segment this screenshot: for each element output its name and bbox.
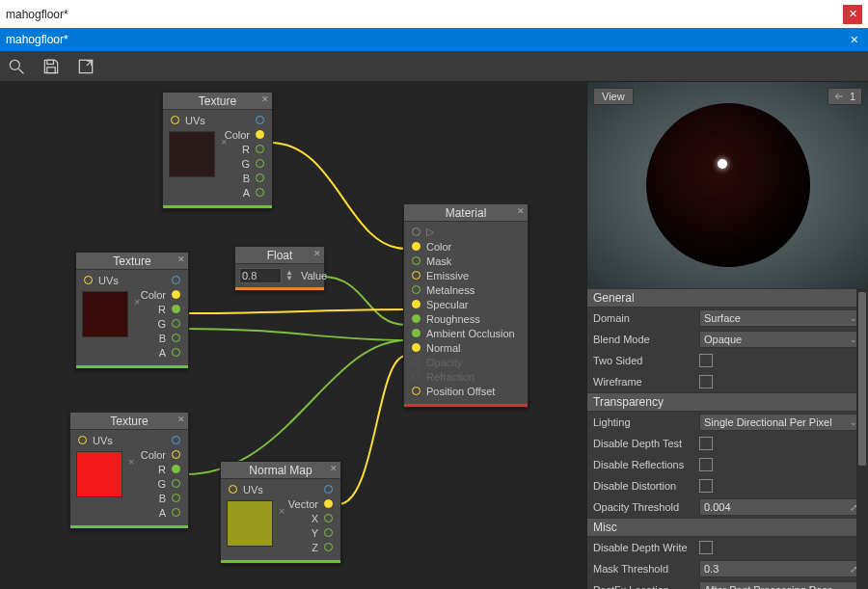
port-out-r[interactable] bbox=[172, 465, 180, 473]
texture-thumbnail[interactable] bbox=[82, 291, 128, 337]
port-out-b[interactable] bbox=[256, 174, 264, 182]
port-out-y[interactable] bbox=[324, 528, 333, 537]
window-title: mahogfloor* bbox=[6, 8, 843, 21]
window-close-button[interactable]: ✕ bbox=[843, 5, 862, 24]
node-title: Material bbox=[446, 206, 487, 220]
port-out-a[interactable] bbox=[256, 188, 264, 197]
window-titlebar: mahogfloor* ✕ bbox=[0, 0, 868, 28]
port-out-color[interactable] bbox=[172, 450, 180, 459]
node-texture-1[interactable]: Texture✕ UVs × Color R G B A bbox=[162, 92, 273, 209]
node-material[interactable]: Material✕ ▷ Color Mask Emissive Metalnes… bbox=[403, 203, 529, 408]
port-in-opacity[interactable] bbox=[412, 358, 420, 366]
properties-scrollbar[interactable] bbox=[856, 288, 868, 589]
port-in-refraction[interactable] bbox=[412, 372, 420, 381]
postfx-location-dropdown[interactable]: After Post Processing Pass bbox=[699, 581, 862, 589]
node-close-icon[interactable]: ✕ bbox=[517, 206, 525, 216]
port-out-b[interactable] bbox=[172, 334, 180, 342]
port-out-b[interactable] bbox=[172, 494, 180, 502]
disable-distortion-checkbox[interactable] bbox=[699, 479, 713, 493]
float-value-input[interactable] bbox=[239, 268, 282, 283]
clear-texture-icon[interactable]: × bbox=[279, 505, 285, 517]
port-out-color[interactable] bbox=[172, 290, 180, 299]
disable-depth-write-checkbox[interactable] bbox=[699, 541, 713, 554]
texture-thumbnail[interactable] bbox=[169, 131, 215, 177]
port-out-r[interactable] bbox=[256, 145, 264, 153]
wireframe-checkbox[interactable] bbox=[699, 375, 713, 388]
view-button[interactable]: View bbox=[593, 88, 634, 105]
section-misc[interactable]: Misc bbox=[587, 518, 868, 537]
port-out-preview[interactable] bbox=[172, 276, 180, 284]
port-out-r[interactable] bbox=[172, 305, 180, 313]
node-close-icon[interactable]: ✕ bbox=[177, 254, 185, 264]
port-out-x[interactable] bbox=[324, 514, 333, 522]
tab-close-button[interactable]: × bbox=[847, 32, 862, 47]
clear-texture-icon[interactable]: × bbox=[128, 456, 134, 468]
node-normal-map[interactable]: Normal Map✕ UVs × Vector X Y Z bbox=[220, 461, 341, 564]
lighting-dropdown[interactable]: Single Directional Per Pixel⌄ bbox=[699, 414, 862, 431]
node-graph-canvas[interactable]: Texture✕ UVs × Color R G B A bbox=[0, 82, 586, 589]
port-in-emissive[interactable] bbox=[412, 271, 420, 280]
search-icon[interactable] bbox=[6, 56, 27, 77]
properties-panel: View 1 General Domain Surface⌄ Blend Mod… bbox=[586, 82, 868, 589]
port-in-color[interactable] bbox=[412, 242, 420, 251]
opacity-threshold-field[interactable]: 0.004⤢ bbox=[699, 498, 862, 516]
port-in-mask[interactable] bbox=[412, 256, 420, 265]
node-texture-2[interactable]: Texture✕ UVs × Color R G B A bbox=[75, 252, 189, 369]
node-close-icon[interactable]: ✕ bbox=[177, 415, 185, 424]
port-in-metalness[interactable] bbox=[412, 285, 420, 294]
port-out-g[interactable] bbox=[172, 479, 180, 488]
clear-texture-icon[interactable]: × bbox=[134, 296, 140, 308]
svg-line-1 bbox=[19, 68, 24, 73]
port-in-position-offset[interactable] bbox=[412, 387, 420, 395]
svg-rect-2 bbox=[47, 60, 54, 64]
section-transparency[interactable]: Transparency bbox=[587, 392, 868, 412]
texture-thumbnail[interactable] bbox=[76, 451, 122, 497]
node-float[interactable]: Float✕ ▲▼ Value bbox=[234, 246, 325, 291]
node-title: Texture bbox=[199, 94, 236, 108]
port-preview[interactable] bbox=[412, 228, 420, 236]
port-out-z[interactable] bbox=[324, 543, 333, 551]
port-out-preview[interactable] bbox=[256, 116, 264, 124]
port-in-specular[interactable] bbox=[412, 300, 420, 308]
node-title: Normal Map bbox=[249, 464, 312, 477]
node-close-icon[interactable]: ✕ bbox=[313, 249, 321, 258]
two-sided-checkbox[interactable] bbox=[699, 354, 713, 367]
disable-reflections-checkbox[interactable] bbox=[699, 458, 713, 471]
toolbar bbox=[0, 51, 868, 82]
port-in-normal[interactable] bbox=[412, 343, 420, 352]
domain-dropdown[interactable]: Surface⌄ bbox=[699, 309, 862, 327]
disable-depth-test-checkbox[interactable] bbox=[699, 437, 713, 450]
node-title: Texture bbox=[110, 415, 148, 428]
port-out-a[interactable] bbox=[172, 508, 180, 517]
clear-texture-icon[interactable]: × bbox=[221, 136, 227, 147]
blend-mode-dropdown[interactable]: Opaque⌄ bbox=[699, 331, 862, 348]
expand-icon[interactable] bbox=[75, 56, 96, 77]
node-title: Texture bbox=[113, 254, 150, 268]
port-out-vector[interactable] bbox=[324, 499, 333, 508]
texture-thumbnail[interactable] bbox=[227, 500, 273, 547]
port-out-preview[interactable] bbox=[324, 485, 333, 494]
preview-count-button[interactable]: 1 bbox=[827, 88, 862, 105]
save-icon[interactable] bbox=[41, 56, 62, 77]
port-in-uvs[interactable] bbox=[229, 485, 237, 494]
port-in-ao[interactable] bbox=[412, 329, 420, 337]
node-close-icon[interactable]: ✕ bbox=[261, 94, 269, 104]
node-texture-3[interactable]: Texture✕ UVs × Color R G B A bbox=[69, 412, 189, 529]
section-general[interactable]: General bbox=[587, 288, 868, 308]
port-out-preview[interactable] bbox=[172, 436, 180, 444]
port-out-g[interactable] bbox=[172, 319, 180, 328]
document-tab[interactable]: mahogfloor* × bbox=[0, 28, 868, 51]
material-preview[interactable]: View 1 bbox=[587, 82, 868, 288]
port-in-uvs[interactable] bbox=[84, 276, 93, 284]
port-in-uvs[interactable] bbox=[171, 116, 179, 124]
refresh-icon bbox=[834, 92, 846, 101]
port-out-g[interactable] bbox=[256, 159, 264, 168]
port-in-uvs[interactable] bbox=[78, 436, 87, 444]
scrollbar-thumb[interactable] bbox=[858, 292, 866, 466]
port-out-a[interactable] bbox=[172, 348, 180, 357]
value-spinner[interactable]: ▲▼ bbox=[285, 270, 293, 281]
node-close-icon[interactable]: ✕ bbox=[330, 464, 338, 473]
port-in-roughness[interactable] bbox=[412, 314, 420, 323]
port-out-color[interactable] bbox=[256, 130, 264, 139]
mask-threshold-field[interactable]: 0.3⤢ bbox=[699, 560, 862, 577]
